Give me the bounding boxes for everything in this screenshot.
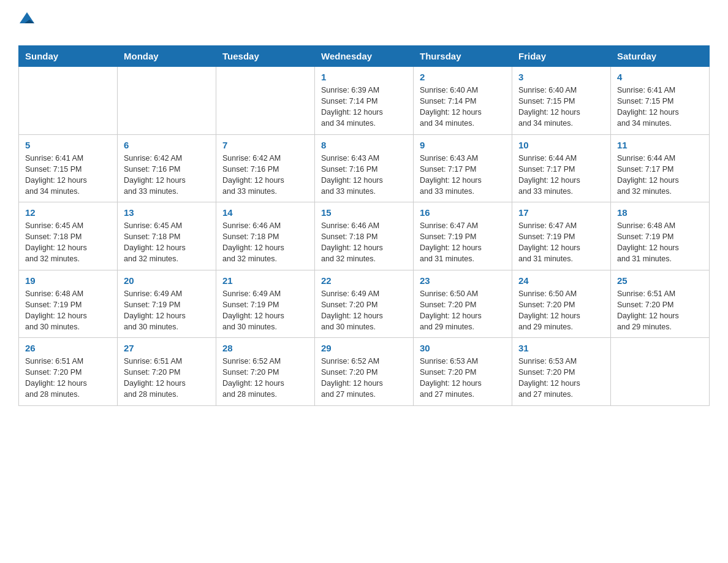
col-header-thursday: Thursday — [414, 46, 512, 67]
calendar-cell: 18Sunrise: 6:48 AM Sunset: 7:19 PM Dayli… — [611, 202, 710, 270]
col-header-monday: Monday — [118, 46, 216, 67]
calendar-cell: 15Sunrise: 6:46 AM Sunset: 7:18 PM Dayli… — [315, 202, 414, 270]
calendar-cell: 22Sunrise: 6:49 AM Sunset: 7:20 PM Dayli… — [315, 270, 414, 338]
calendar-cell: 27Sunrise: 6:51 AM Sunset: 7:20 PM Dayli… — [118, 338, 216, 406]
calendar-cell: 8Sunrise: 6:43 AM Sunset: 7:16 PM Daylig… — [315, 134, 414, 202]
calendar-cell: 19Sunrise: 6:48 AM Sunset: 7:19 PM Dayli… — [19, 270, 118, 338]
day-number: 13 — [124, 207, 210, 218]
calendar-cell: 11Sunrise: 6:44 AM Sunset: 7:17 PM Dayli… — [611, 134, 710, 202]
day-info: Sunrise: 6:41 AM Sunset: 7:15 PM Dayligh… — [617, 85, 703, 129]
calendar-cell: 7Sunrise: 6:42 AM Sunset: 7:16 PM Daylig… — [216, 134, 315, 202]
day-number: 4 — [617, 72, 703, 82]
day-number: 14 — [222, 207, 308, 218]
day-info: Sunrise: 6:40 AM Sunset: 7:15 PM Dayligh… — [518, 85, 604, 129]
calendar-cell — [19, 67, 118, 135]
day-number: 31 — [518, 343, 604, 353]
day-number: 9 — [420, 140, 506, 150]
day-info: Sunrise: 6:47 AM Sunset: 7:19 PM Dayligh… — [420, 220, 506, 265]
calendar-cell: 12Sunrise: 6:45 AM Sunset: 7:18 PM Dayli… — [19, 202, 118, 270]
calendar-cell: 6Sunrise: 6:42 AM Sunset: 7:16 PM Daylig… — [118, 134, 216, 202]
calendar-cell: 23Sunrise: 6:50 AM Sunset: 7:20 PM Dayli… — [414, 270, 512, 338]
page-header — [18, 12, 710, 33]
day-info: Sunrise: 6:49 AM Sunset: 7:19 PM Dayligh… — [222, 288, 308, 333]
day-info: Sunrise: 6:52 AM Sunset: 7:20 PM Dayligh… — [321, 356, 407, 400]
day-info: Sunrise: 6:51 AM Sunset: 7:20 PM Dayligh… — [124, 356, 210, 400]
calendar-cell: 24Sunrise: 6:50 AM Sunset: 7:20 PM Dayli… — [512, 270, 611, 338]
day-info: Sunrise: 6:49 AM Sunset: 7:20 PM Dayligh… — [321, 288, 407, 333]
day-info: Sunrise: 6:47 AM Sunset: 7:19 PM Dayligh… — [518, 220, 604, 265]
day-number: 7 — [222, 140, 308, 150]
day-info: Sunrise: 6:44 AM Sunset: 7:17 PM Dayligh… — [518, 153, 604, 197]
day-number: 20 — [124, 275, 210, 286]
calendar-table: SundayMondayTuesdayWednesdayThursdayFrid… — [18, 45, 710, 406]
day-number: 21 — [222, 275, 308, 286]
day-info: Sunrise: 6:48 AM Sunset: 7:19 PM Dayligh… — [617, 220, 703, 265]
day-info: Sunrise: 6:52 AM Sunset: 7:20 PM Dayligh… — [222, 356, 308, 400]
calendar-cell: 26Sunrise: 6:51 AM Sunset: 7:20 PM Dayli… — [19, 338, 118, 406]
col-header-sunday: Sunday — [19, 46, 118, 67]
calendar-cell — [611, 338, 710, 406]
day-info: Sunrise: 6:50 AM Sunset: 7:20 PM Dayligh… — [518, 288, 604, 333]
day-info: Sunrise: 6:49 AM Sunset: 7:19 PM Dayligh… — [124, 288, 210, 333]
calendar-cell: 21Sunrise: 6:49 AM Sunset: 7:19 PM Dayli… — [216, 270, 315, 338]
day-info: Sunrise: 6:43 AM Sunset: 7:16 PM Dayligh… — [321, 153, 407, 197]
day-info: Sunrise: 6:39 AM Sunset: 7:14 PM Dayligh… — [321, 85, 407, 129]
day-info: Sunrise: 6:42 AM Sunset: 7:16 PM Dayligh… — [124, 153, 210, 197]
calendar-cell: 29Sunrise: 6:52 AM Sunset: 7:20 PM Dayli… — [315, 338, 414, 406]
col-header-saturday: Saturday — [611, 46, 710, 67]
day-number: 19 — [25, 275, 111, 286]
day-info: Sunrise: 6:46 AM Sunset: 7:18 PM Dayligh… — [222, 220, 308, 265]
day-number: 6 — [124, 140, 210, 150]
day-number: 12 — [25, 207, 111, 218]
day-number: 26 — [25, 343, 111, 353]
calendar-cell: 4Sunrise: 6:41 AM Sunset: 7:15 PM Daylig… — [611, 67, 710, 135]
day-info: Sunrise: 6:50 AM Sunset: 7:20 PM Dayligh… — [420, 288, 506, 333]
day-number: 3 — [518, 72, 604, 82]
day-number: 11 — [617, 140, 703, 150]
day-info: Sunrise: 6:45 AM Sunset: 7:18 PM Dayligh… — [25, 220, 111, 265]
day-info: Sunrise: 6:46 AM Sunset: 7:18 PM Dayligh… — [321, 220, 407, 265]
logo-icon — [18, 11, 36, 28]
calendar-cell: 3Sunrise: 6:40 AM Sunset: 7:15 PM Daylig… — [512, 67, 611, 135]
calendar-week-3: 12Sunrise: 6:45 AM Sunset: 7:18 PM Dayli… — [19, 202, 710, 270]
day-info: Sunrise: 6:51 AM Sunset: 7:20 PM Dayligh… — [25, 356, 111, 400]
calendar-cell: 14Sunrise: 6:46 AM Sunset: 7:18 PM Dayli… — [216, 202, 315, 270]
col-header-wednesday: Wednesday — [315, 46, 414, 67]
col-header-tuesday: Tuesday — [216, 46, 315, 67]
calendar-cell: 20Sunrise: 6:49 AM Sunset: 7:19 PM Dayli… — [118, 270, 216, 338]
day-info: Sunrise: 6:53 AM Sunset: 7:20 PM Dayligh… — [420, 356, 506, 400]
day-number: 1 — [321, 72, 407, 82]
logo — [18, 12, 36, 33]
calendar-cell: 28Sunrise: 6:52 AM Sunset: 7:20 PM Dayli… — [216, 338, 315, 406]
day-info: Sunrise: 6:44 AM Sunset: 7:17 PM Dayligh… — [617, 153, 703, 197]
day-number: 17 — [518, 207, 604, 218]
day-number: 30 — [420, 343, 506, 353]
calendar-week-1: 1Sunrise: 6:39 AM Sunset: 7:14 PM Daylig… — [19, 67, 710, 135]
calendar-cell: 31Sunrise: 6:53 AM Sunset: 7:20 PM Dayli… — [512, 338, 611, 406]
calendar-cell — [118, 67, 216, 135]
day-number: 10 — [518, 140, 604, 150]
calendar-cell: 2Sunrise: 6:40 AM Sunset: 7:14 PM Daylig… — [414, 67, 512, 135]
col-header-friday: Friday — [512, 46, 611, 67]
calendar-cell: 13Sunrise: 6:45 AM Sunset: 7:18 PM Dayli… — [118, 202, 216, 270]
day-info: Sunrise: 6:42 AM Sunset: 7:16 PM Dayligh… — [222, 153, 308, 197]
day-number: 24 — [518, 275, 604, 286]
day-number: 29 — [321, 343, 407, 353]
calendar-cell: 10Sunrise: 6:44 AM Sunset: 7:17 PM Dayli… — [512, 134, 611, 202]
day-info: Sunrise: 6:51 AM Sunset: 7:20 PM Dayligh… — [617, 288, 703, 333]
calendar-week-5: 26Sunrise: 6:51 AM Sunset: 7:20 PM Dayli… — [19, 338, 710, 406]
day-info: Sunrise: 6:45 AM Sunset: 7:18 PM Dayligh… — [124, 220, 210, 265]
calendar-cell: 16Sunrise: 6:47 AM Sunset: 7:19 PM Dayli… — [414, 202, 512, 270]
day-info: Sunrise: 6:43 AM Sunset: 7:17 PM Dayligh… — [420, 153, 506, 197]
header-row: SundayMondayTuesdayWednesdayThursdayFrid… — [19, 46, 710, 67]
day-number: 2 — [420, 72, 506, 82]
day-number: 25 — [617, 275, 703, 286]
day-number: 5 — [25, 140, 111, 150]
calendar-cell: 30Sunrise: 6:53 AM Sunset: 7:20 PM Dayli… — [414, 338, 512, 406]
day-info: Sunrise: 6:53 AM Sunset: 7:20 PM Dayligh… — [518, 356, 604, 400]
day-number: 27 — [124, 343, 210, 353]
day-number: 16 — [420, 207, 506, 218]
calendar-week-2: 5Sunrise: 6:41 AM Sunset: 7:15 PM Daylig… — [19, 134, 710, 202]
day-number: 28 — [222, 343, 308, 353]
day-info: Sunrise: 6:48 AM Sunset: 7:19 PM Dayligh… — [25, 288, 111, 333]
